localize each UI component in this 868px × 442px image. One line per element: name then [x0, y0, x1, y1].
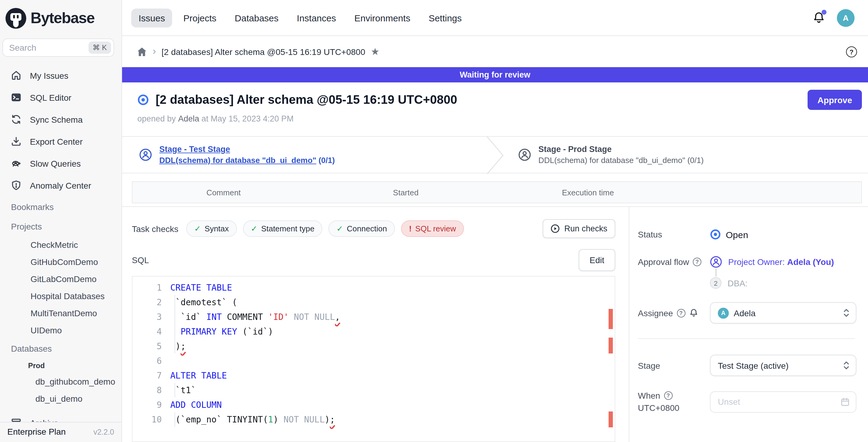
- sidebar-project-checkmetric[interactable]: CheckMetric: [0, 236, 121, 253]
- when-label: When: [638, 389, 660, 402]
- stage-pipeline: Stage - Test Stage DDL(schema) for datab…: [122, 136, 868, 173]
- sidebar-item-sync-schema[interactable]: Sync Schema: [0, 109, 121, 130]
- sidebar-item-export-center[interactable]: Export Center: [0, 131, 121, 152]
- code-line: 3 `id` INT COMMENT 'ID' NOT NULL,: [132, 310, 615, 324]
- stage-test-stage[interactable]: Stage - Test Stage DDL(schema) for datab…: [122, 137, 486, 173]
- assignee-row: Assignee ? A Adela: [638, 302, 868, 323]
- nav-tab-instances[interactable]: Instances: [290, 8, 343, 27]
- sidebar-item-my-issues[interactable]: My Issues: [0, 65, 121, 86]
- bytebase-app: Bytebase Search ⌘ K My IssuesSQL EditorS…: [0, 0, 868, 442]
- sidebar-item-label: My Issues: [30, 70, 68, 80]
- sql-editor-icon: [11, 92, 21, 102]
- run-checks-button[interactable]: Run checks: [543, 219, 615, 238]
- task-checks-label: Task checks: [132, 224, 179, 233]
- indent-guide: [175, 295, 175, 353]
- help-button[interactable]: ?: [846, 46, 857, 57]
- sidebar-database-db_githubcom_demo[interactable]: db_githubcom_demo: [0, 373, 121, 390]
- line-content: CREATE TABLE: [170, 280, 232, 295]
- stage-prod-stage[interactable]: Stage - Prod Stage DDL(schema) for datab…: [504, 137, 868, 173]
- sync-icon: [11, 114, 21, 125]
- sidebar-item-label: Slow Queries: [30, 158, 81, 168]
- line-content: );: [170, 339, 186, 353]
- logo[interactable]: Bytebase: [0, 0, 121, 36]
- stage-title[interactable]: Stage - Test Stage: [159, 145, 335, 154]
- assignee-select[interactable]: A Adela: [710, 302, 857, 323]
- sidebar-item-slow-queries[interactable]: Slow Queries: [0, 153, 121, 174]
- sidebar-database-db_ui_demo[interactable]: db_ui_demo: [0, 390, 121, 407]
- sql-section-label: SQL: [132, 255, 149, 265]
- nav-tab-issues[interactable]: Issues: [131, 8, 173, 27]
- line-content: `demotest` (: [170, 295, 237, 310]
- brand-name: Bytebase: [31, 9, 95, 27]
- stage-select[interactable]: Test Stage (active): [710, 355, 857, 376]
- sidebar-project-uidemo[interactable]: UIDemo: [0, 322, 121, 339]
- review-banner: Waiting for review: [122, 67, 868, 83]
- updown-chevron-icon: [843, 308, 850, 318]
- check-pill-connection[interactable]: ✓Connection: [329, 220, 395, 237]
- approval-step-2: 2DBA:: [710, 277, 834, 289]
- sidebar-project-githubcomdemo[interactable]: GitHubComDemo: [0, 253, 121, 271]
- star-icon[interactable]: ★: [371, 46, 380, 57]
- stage-value: Test Stage (active): [718, 360, 838, 370]
- stage-select-row: Stage Test Stage (active): [638, 355, 868, 376]
- issue-opened-at: May 15, 2023 4:20 PM: [211, 114, 293, 123]
- sidebar-item-label: Anomaly Center: [30, 180, 91, 190]
- check-pill-sql-review[interactable]: !SQL review: [401, 220, 464, 237]
- sidebar-main-items: My IssuesSQL EditorSync SchemaExport Cen…: [0, 65, 121, 196]
- sidebar-item-sql-editor[interactable]: SQL Editor: [0, 87, 121, 108]
- status-label: Status: [638, 229, 662, 239]
- line-content: PRIMARY KEY (`id`): [170, 324, 273, 339]
- home-icon[interactable]: [137, 47, 147, 57]
- check-pills: ✓Syntax✓Statement type✓Connection!SQL re…: [186, 220, 464, 237]
- line-number: 1: [132, 280, 170, 295]
- plan-footer[interactable]: Enterprise Plan v2.2.0: [0, 422, 121, 442]
- sidebar-item-anomaly-center[interactable]: Anomaly Center: [0, 175, 121, 196]
- sidebar-project-gitlabcomdemo[interactable]: GitLabComDemo: [0, 271, 121, 288]
- assignee-label: Assignee: [638, 308, 673, 318]
- code-line: 4 PRIMARY KEY (`id`): [132, 324, 615, 339]
- check-pill-statement-type[interactable]: ✓Statement type: [243, 220, 322, 237]
- issue-author[interactable]: Adela: [178, 114, 199, 123]
- check-pill-syntax[interactable]: ✓Syntax: [186, 220, 237, 237]
- stage-task-label: DDL(schema) for database "db_ui_demo" (0…: [538, 156, 704, 165]
- approve-button[interactable]: Approve: [808, 90, 862, 110]
- line-number: 9: [132, 398, 170, 412]
- shield-icon: [11, 180, 21, 190]
- line-content: ALTER TABLE: [170, 368, 227, 383]
- open-status-icon: [137, 94, 149, 106]
- search-input[interactable]: Search ⌘ K: [2, 38, 114, 57]
- code-line: 1CREATE TABLE: [132, 280, 615, 295]
- sidebar-item-label: SQL Editor: [30, 93, 71, 102]
- step-number: 2: [710, 277, 721, 289]
- nav-tab-databases[interactable]: Databases: [227, 8, 286, 27]
- chevron-right-icon: ›: [153, 46, 156, 56]
- sidebar-project-multitenantdemo[interactable]: MultiTenantDemo: [0, 305, 121, 322]
- avatar[interactable]: A: [837, 9, 855, 27]
- turtle-icon: [11, 158, 21, 168]
- column-header-execution-time: Execution time: [497, 188, 679, 197]
- nav-tab-settings[interactable]: Settings: [421, 8, 469, 27]
- sql-editor[interactable]: 1CREATE TABLE2 `demotest` (3 `id` INT CO…: [132, 276, 615, 442]
- subscribe-bell-icon[interactable]: [689, 308, 698, 317]
- task-checks-bar: Task checks ✓Syntax✓Statement type✓Conne…: [132, 219, 615, 238]
- sidebar-item-label: Sync Schema: [30, 115, 83, 124]
- notifications-button[interactable]: [812, 11, 826, 24]
- help-circle-icon[interactable]: ?: [677, 309, 685, 317]
- top-bar-right: A: [812, 9, 855, 27]
- nav-tab-projects[interactable]: Projects: [176, 8, 224, 27]
- sidebar-section-bookmarks: Bookmarks: [0, 201, 121, 213]
- person-circle-icon: [518, 148, 531, 161]
- stage-title[interactable]: Stage - Prod Stage: [538, 145, 704, 154]
- sidebar-project-hospital-databases[interactable]: Hospital Databases: [0, 288, 121, 305]
- help-circle-icon[interactable]: ?: [664, 391, 672, 400]
- approval-step-1: Project Owner: Adela (You): [710, 256, 834, 268]
- nav-tab-environments[interactable]: Environments: [347, 8, 417, 27]
- line-content: `id` INT COMMENT 'ID' NOT NULL,: [170, 310, 340, 324]
- play-circle-icon: [551, 224, 560, 233]
- when-datetime-input[interactable]: Unset: [710, 391, 857, 412]
- stage-task-link[interactable]: DDL(schema) for database "db_ui_demo" (0…: [159, 156, 335, 165]
- breadcrumb: › [2 databases] Alter schema @05-15 16:1…: [122, 36, 868, 67]
- edit-sql-button[interactable]: Edit: [579, 249, 615, 271]
- sidebar-database-list: Proddb_githubcom_demodb_ui_demo: [0, 358, 121, 407]
- help-circle-icon[interactable]: ?: [693, 258, 701, 266]
